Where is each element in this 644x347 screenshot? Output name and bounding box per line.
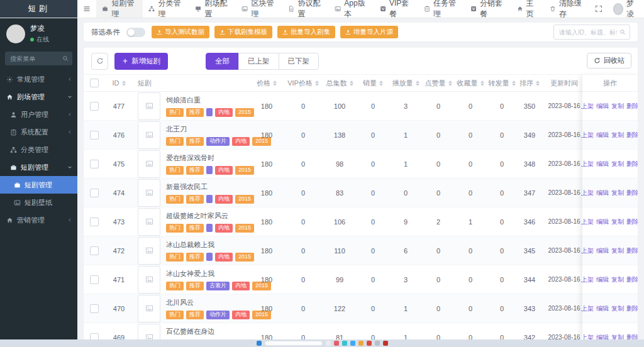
top-nav-item[interactable]: 任务管理: [418, 0, 465, 18]
fullscreen-button[interactable]: [589, 5, 608, 13]
segment-active[interactable]: 全部: [206, 53, 239, 70]
delete-link[interactable]: 删除: [626, 102, 638, 111]
add-drama-button[interactable]: 新增短剧: [114, 53, 168, 70]
sort-icon[interactable]: [512, 80, 516, 86]
edit-link[interactable]: 编辑: [596, 160, 609, 168]
sort-icon[interactable]: [273, 80, 277, 86]
row-checkbox[interactable]: [90, 189, 99, 197]
edit-link[interactable]: 编辑: [596, 246, 609, 255]
edit-link[interactable]: 编辑: [596, 304, 609, 313]
top-nav-item[interactable]: 分类管理: [143, 0, 189, 18]
segment-button[interactable]: 已下架: [279, 53, 319, 70]
row-checkbox[interactable]: [90, 160, 99, 168]
column-header[interactable]: 排序: [517, 79, 542, 88]
delete-link[interactable]: 删除: [626, 333, 638, 340]
row-checkbox[interactable]: [90, 102, 99, 111]
top-nav-item[interactable]: 分销套餐: [465, 0, 511, 18]
sort-icon[interactable]: [315, 80, 319, 86]
top-nav-item[interactable]: 清除缓存: [544, 0, 589, 19]
publish-link[interactable]: 上架: [581, 218, 594, 226]
column-header[interactable]: 收藏量: [454, 79, 487, 88]
table-search-input[interactable]: [554, 29, 619, 36]
taskbar-app-icon-6[interactable]: [367, 341, 372, 346]
segment-button[interactable]: 已上架: [238, 53, 279, 70]
refresh-button[interactable]: [91, 53, 108, 70]
row-checkbox[interactable]: [90, 275, 99, 284]
sidebar-item[interactable]: 剧场管理: [0, 88, 77, 106]
publish-link[interactable]: 上架: [581, 275, 594, 284]
delete-link[interactable]: 删除: [626, 275, 638, 284]
taskbar-app-icon-4[interactable]: [350, 341, 355, 346]
sidebar-item[interactable]: 分类管理: [0, 141, 77, 158]
sort-icon[interactable]: [480, 80, 484, 86]
import-button[interactable]: 批量导入剧集: [277, 26, 335, 38]
publish-link[interactable]: 上架: [581, 246, 594, 255]
sidebar-item[interactable]: 营销管理: [0, 211, 77, 229]
edit-link[interactable]: 编辑: [596, 333, 609, 340]
delete-link[interactable]: 删除: [626, 218, 638, 226]
delete-link[interactable]: 删除: [626, 304, 638, 313]
taskbar-start-icon[interactable]: [257, 341, 262, 346]
row-checkbox[interactable]: [90, 218, 99, 226]
column-header[interactable]: 播放量: [389, 79, 423, 88]
delete-link[interactable]: 删除: [626, 246, 638, 255]
edit-link[interactable]: 编辑: [596, 275, 609, 284]
top-nav-item[interactable]: 协议配置: [282, 0, 329, 18]
taskbar-app-icon-5[interactable]: [358, 341, 364, 346]
top-nav-item[interactable]: VIP套餐: [374, 0, 418, 18]
delete-link[interactable]: 删除: [626, 131, 638, 140]
sidebar-item[interactable]: 短剧管理: [0, 158, 77, 176]
top-nav-item[interactable]: 区块管理: [236, 0, 282, 18]
top-nav-item[interactable]: 短剧管理: [96, 0, 143, 18]
import-button[interactable]: 导入测试数据: [152, 26, 209, 38]
sidebar-item[interactable]: 短剧壁纸: [0, 194, 77, 211]
sort-icon[interactable]: [379, 80, 383, 86]
top-nav-item[interactable]: 剧场配置: [189, 0, 236, 18]
copy-link[interactable]: 复制: [611, 189, 624, 197]
recycle-bin-button[interactable]: 回收站: [587, 53, 631, 69]
taskbar-search-input[interactable]: [265, 341, 323, 346]
column-header[interactable]: ID: [105, 79, 133, 87]
edit-link[interactable]: 编辑: [596, 218, 609, 226]
sort-icon[interactable]: [350, 80, 353, 86]
publish-link[interactable]: 上架: [581, 102, 594, 111]
copy-link[interactable]: 复制: [611, 131, 624, 140]
sidebar-item[interactable]: 系统配置: [0, 123, 77, 141]
delete-link[interactable]: 删除: [626, 160, 638, 168]
taskbar-app-icon-2[interactable]: [334, 341, 339, 346]
sidebar-item[interactable]: 短剧管理: [0, 176, 77, 194]
taskbar-app-icon-3[interactable]: [342, 341, 347, 346]
import-button[interactable]: 下载剧集模板: [214, 26, 272, 38]
column-header[interactable]: 价格: [249, 79, 284, 88]
edit-link[interactable]: 编辑: [596, 102, 609, 111]
copy-link[interactable]: 复制: [611, 304, 624, 313]
copy-link[interactable]: 复制: [611, 246, 624, 255]
filter-toggle[interactable]: [126, 28, 145, 37]
publish-link[interactable]: 上架: [581, 160, 594, 168]
edit-link[interactable]: 编辑: [596, 131, 609, 140]
copy-link[interactable]: 复制: [611, 275, 624, 284]
taskbar-app-icon-8[interactable]: [383, 341, 388, 346]
sort-icon[interactable]: [416, 80, 419, 86]
column-header[interactable]: 销量: [357, 79, 389, 88]
copy-link[interactable]: 复制: [611, 160, 624, 168]
publish-link[interactable]: 上架: [581, 304, 594, 313]
delete-link[interactable]: 删除: [626, 189, 638, 197]
column-header[interactable]: VIP价格: [284, 79, 322, 88]
publish-link[interactable]: 上架: [581, 333, 594, 340]
edit-link[interactable]: 编辑: [596, 189, 609, 197]
row-checkbox[interactable]: [90, 131, 99, 140]
column-header[interactable]: 总集数: [322, 79, 357, 88]
publish-link[interactable]: 上架: [581, 131, 594, 140]
row-checkbox[interactable]: [90, 304, 99, 313]
import-button[interactable]: 增量导入片源: [340, 26, 398, 38]
row-checkbox[interactable]: [90, 246, 99, 255]
taskbar-app-icon-1[interactable]: [326, 341, 331, 346]
row-checkbox[interactable]: [90, 333, 99, 340]
copy-link[interactable]: 复制: [611, 218, 624, 226]
taskbar-app-icon-7[interactable]: [375, 341, 380, 346]
copy-link[interactable]: 复制: [611, 333, 624, 340]
top-nav-item[interactable]: 主页: [511, 0, 544, 19]
select-all-checkbox[interactable]: [90, 79, 99, 87]
publish-link[interactable]: 上架: [581, 189, 594, 197]
